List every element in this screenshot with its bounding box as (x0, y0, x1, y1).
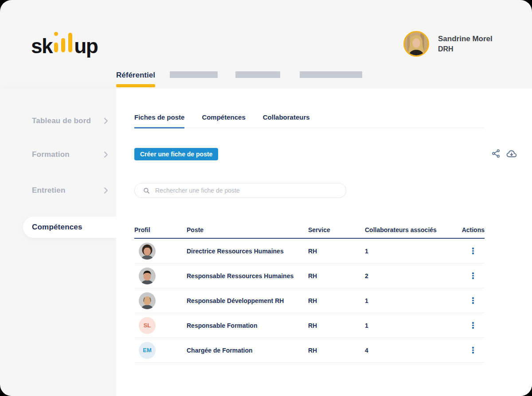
user-role: DRH (438, 44, 493, 54)
row-actions-kebab-icon[interactable] (469, 271, 477, 281)
search-icon (143, 187, 150, 194)
profile-photo (139, 243, 156, 260)
sidebar-item-label: Compétences (32, 223, 82, 232)
sidebar-item-label: Entretien (32, 186, 65, 195)
topbar: sk up (0, 0, 532, 89)
cell-actions (462, 246, 485, 256)
cell-profil (134, 268, 187, 284)
cell-profil (134, 243, 187, 260)
fiches-table: ProfilPosteServiceCollaborateurs associé… (134, 219, 485, 363)
tab-competences[interactable]: Compétences (202, 113, 245, 128)
cell-service: RH (308, 272, 365, 280)
cell-collaborateurs: 1 (365, 322, 462, 329)
column-header-collaborateurs-associes: Collaborateurs associés (365, 226, 462, 233)
nav-skeleton-bar (235, 71, 280, 78)
table-row[interactable]: SLResponsable FormationRH1 (134, 313, 485, 338)
profile-photo (139, 292, 156, 309)
logo-bars-icon (54, 32, 72, 52)
initials-avatar: SL (139, 317, 156, 334)
chevron-right-icon (104, 151, 108, 158)
user-avatar (403, 31, 429, 57)
logo-text-suffix: up (74, 36, 98, 56)
share-icon[interactable] (491, 149, 501, 158)
sidebar-item-tableau-de-bord[interactable]: Tableau de bord (23, 110, 116, 132)
table-row[interactable]: Directrice Ressources HumainesRH1 (134, 239, 485, 264)
sidebar-item-entretien[interactable]: Entretien (23, 180, 116, 201)
cell-service: RH (308, 347, 365, 354)
user-info: Sandrine Morel DRH (438, 34, 493, 54)
search-input[interactable] (154, 186, 340, 194)
table-header: ProfilPosteServiceCollaborateurs associé… (134, 219, 485, 239)
cell-actions (462, 271, 485, 281)
search-box (134, 183, 346, 198)
nav-skeleton-bar (300, 71, 362, 78)
row-actions-kebab-icon[interactable] (469, 346, 477, 355)
cell-profil (134, 292, 187, 309)
cell-collaborateurs: 1 (365, 297, 462, 304)
skillup-logo[interactable]: sk up (31, 32, 98, 56)
user-name: Sandrine Morel (438, 34, 493, 44)
toolbar-icons (491, 149, 517, 158)
column-header-profil: Profil (134, 226, 187, 233)
nav-item-referentiel[interactable]: Référentiel (116, 71, 155, 80)
row-actions-kebab-icon[interactable] (469, 321, 477, 330)
create-fiche-button[interactable]: Créer une fiche de poste (134, 148, 218, 160)
table-row[interactable]: Responsable Développement RHRH1 (134, 288, 485, 313)
initials-avatar: EM (139, 342, 156, 359)
cell-poste: Chargée de Formation (187, 347, 308, 354)
row-actions-kebab-icon[interactable] (469, 296, 477, 306)
cell-collaborateurs: 2 (365, 272, 462, 280)
tab-bar: Fiches de posteCompétencesCollaborateurs (134, 113, 485, 128)
cell-poste: Directrice Ressources Humaines (187, 248, 308, 255)
sidebar-item-label: Formation (32, 150, 70, 159)
cell-actions (462, 346, 485, 355)
table-row[interactable]: EMChargée de FormationRH4 (134, 338, 485, 363)
cell-actions (462, 296, 485, 306)
profile-photo (139, 268, 156, 284)
cell-service: RH (308, 322, 365, 329)
cell-poste: Responsable Ressources Humaines (187, 272, 308, 280)
chevron-right-icon (104, 118, 108, 124)
user-menu[interactable]: Sandrine Morel DRH (403, 31, 493, 57)
app-window: sk up (0, 0, 532, 396)
cell-collaborateurs: 4 (365, 347, 462, 354)
cell-poste: Responsable Formation (187, 322, 308, 329)
logo-text-prefix: sk (31, 36, 52, 56)
sidebar-item-formation[interactable]: Formation (23, 144, 116, 165)
nav-skeleton-bar (170, 71, 218, 78)
nav-active-underline (116, 84, 155, 87)
column-header-poste: Poste (187, 226, 308, 233)
sidebar: Tableau de bordFormationEntretienCompéte… (0, 89, 116, 396)
chevron-right-icon (104, 187, 108, 194)
tab-fiches-de-poste[interactable]: Fiches de poste (134, 113, 184, 128)
column-header-actions: Actions (462, 226, 485, 233)
cell-profil: EM (134, 342, 187, 359)
row-actions-kebab-icon[interactable] (469, 246, 477, 256)
cell-collaborateurs: 1 (365, 248, 462, 255)
sidebar-item-label: Tableau de bord (32, 116, 91, 125)
sidebar-item-competences[interactable]: Compétences (23, 217, 116, 238)
cell-profil: SL (134, 317, 187, 334)
table-row[interactable]: Responsable Ressources HumainesRH2 (134, 264, 485, 288)
cell-actions (462, 321, 485, 330)
cell-service: RH (308, 248, 365, 255)
column-header-service: Service (308, 226, 365, 233)
table-body: Directrice Ressources HumainesRH1Respons… (134, 239, 485, 363)
tab-collaborateurs[interactable]: Collaborateurs (263, 113, 310, 128)
cloud-download-icon[interactable] (506, 149, 517, 158)
cell-service: RH (308, 297, 365, 304)
cell-poste: Responsable Développement RH (187, 297, 308, 304)
main-content: Fiches de posteCompétencesCollaborateurs… (116, 89, 532, 396)
